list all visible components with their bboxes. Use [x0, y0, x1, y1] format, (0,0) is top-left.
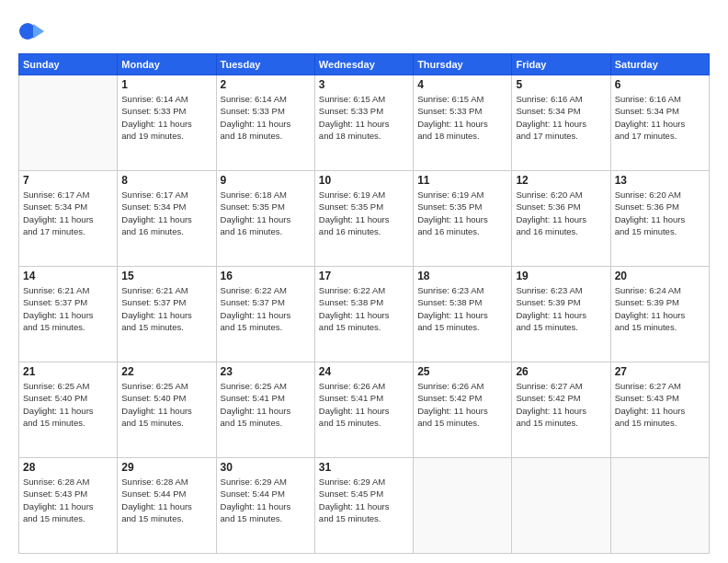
- weekday-header-thursday: Thursday: [414, 54, 512, 75]
- calendar-cell: 28Sunrise: 6:28 AM Sunset: 5:43 PM Dayli…: [19, 458, 118, 554]
- calendar-cell: 24Sunrise: 6:26 AM Sunset: 5:41 PM Dayli…: [314, 362, 413, 458]
- day-number: 10: [319, 174, 409, 187]
- day-info: Sunrise: 6:29 AM Sunset: 5:44 PM Dayligh…: [221, 476, 311, 524]
- day-number: 16: [221, 270, 311, 282]
- svg-marker-1: [33, 24, 44, 39]
- calendar-cell: 6Sunrise: 6:16 AM Sunset: 5:34 PM Daylig…: [610, 75, 709, 171]
- day-info: Sunrise: 6:25 AM Sunset: 5:41 PM Dayligh…: [221, 380, 311, 429]
- weekday-header-row: SundayMondayTuesdayWednesdayThursdayFrid…: [19, 54, 710, 75]
- calendar-body: 1Sunrise: 6:14 AM Sunset: 5:33 PM Daylig…: [19, 75, 710, 554]
- day-info: Sunrise: 6:23 AM Sunset: 5:38 PM Dayligh…: [417, 284, 507, 333]
- calendar-cell: 17Sunrise: 6:22 AM Sunset: 5:38 PM Dayli…: [314, 267, 413, 362]
- calendar-cell: 19Sunrise: 6:23 AM Sunset: 5:39 PM Dayli…: [512, 267, 610, 362]
- day-number: 22: [121, 365, 211, 378]
- day-number: 14: [23, 270, 113, 282]
- day-info: Sunrise: 6:25 AM Sunset: 5:40 PM Dayligh…: [23, 380, 113, 429]
- day-info: Sunrise: 6:27 AM Sunset: 5:42 PM Dayligh…: [516, 380, 606, 429]
- calendar-cell: 16Sunrise: 6:22 AM Sunset: 5:37 PM Dayli…: [216, 267, 314, 362]
- day-info: Sunrise: 6:15 AM Sunset: 5:33 PM Dayligh…: [417, 93, 507, 142]
- day-number: 8: [121, 174, 211, 187]
- weekday-header-tuesday: Tuesday: [216, 54, 314, 75]
- calendar-week-4: 21Sunrise: 6:25 AM Sunset: 5:40 PM Dayli…: [19, 362, 710, 458]
- day-info: Sunrise: 6:24 AM Sunset: 5:39 PM Dayligh…: [615, 284, 705, 333]
- day-number: 12: [516, 174, 606, 187]
- calendar-week-2: 7Sunrise: 6:17 AM Sunset: 5:34 PM Daylig…: [19, 171, 710, 267]
- logo: [18, 18, 48, 44]
- day-info: Sunrise: 6:16 AM Sunset: 5:34 PM Dayligh…: [516, 93, 606, 142]
- day-number: 17: [319, 270, 409, 282]
- day-number: 29: [121, 461, 211, 474]
- calendar-cell: 30Sunrise: 6:29 AM Sunset: 5:44 PM Dayli…: [216, 458, 314, 554]
- calendar-week-1: 1Sunrise: 6:14 AM Sunset: 5:33 PM Daylig…: [19, 75, 710, 171]
- day-info: Sunrise: 6:27 AM Sunset: 5:43 PM Dayligh…: [615, 380, 705, 429]
- day-info: Sunrise: 6:23 AM Sunset: 5:39 PM Dayligh…: [516, 284, 606, 333]
- weekday-header-wednesday: Wednesday: [314, 54, 413, 75]
- day-number: 19: [516, 270, 606, 282]
- calendar-cell: [610, 458, 709, 554]
- day-info: Sunrise: 6:26 AM Sunset: 5:42 PM Dayligh…: [417, 380, 507, 429]
- day-number: 15: [121, 270, 211, 282]
- calendar-cell: 13Sunrise: 6:20 AM Sunset: 5:36 PM Dayli…: [610, 171, 709, 267]
- calendar-cell: 26Sunrise: 6:27 AM Sunset: 5:42 PM Dayli…: [512, 362, 610, 458]
- calendar-cell: 3Sunrise: 6:15 AM Sunset: 5:33 PM Daylig…: [314, 75, 413, 171]
- calendar-cell: 7Sunrise: 6:17 AM Sunset: 5:34 PM Daylig…: [19, 171, 118, 267]
- weekday-header-monday: Monday: [118, 54, 216, 75]
- calendar-cell: 10Sunrise: 6:19 AM Sunset: 5:35 PM Dayli…: [314, 171, 413, 267]
- day-number: 26: [516, 365, 606, 378]
- calendar-cell: 9Sunrise: 6:18 AM Sunset: 5:35 PM Daylig…: [216, 171, 314, 267]
- calendar-cell: 23Sunrise: 6:25 AM Sunset: 5:41 PM Dayli…: [216, 362, 314, 458]
- calendar-cell: 25Sunrise: 6:26 AM Sunset: 5:42 PM Dayli…: [414, 362, 512, 458]
- day-number: 2: [221, 78, 311, 91]
- day-number: 7: [23, 174, 113, 187]
- weekday-header-sunday: Sunday: [19, 54, 118, 75]
- day-number: 11: [417, 174, 507, 187]
- day-info: Sunrise: 6:28 AM Sunset: 5:44 PM Dayligh…: [121, 476, 211, 524]
- day-info: Sunrise: 6:25 AM Sunset: 5:40 PM Dayligh…: [121, 380, 211, 429]
- day-info: Sunrise: 6:29 AM Sunset: 5:45 PM Dayligh…: [319, 476, 409, 524]
- calendar-cell: 29Sunrise: 6:28 AM Sunset: 5:44 PM Dayli…: [118, 458, 216, 554]
- calendar-cell: 4Sunrise: 6:15 AM Sunset: 5:33 PM Daylig…: [414, 75, 512, 171]
- calendar-cell: 18Sunrise: 6:23 AM Sunset: 5:38 PM Dayli…: [414, 267, 512, 362]
- day-info: Sunrise: 6:21 AM Sunset: 5:37 PM Dayligh…: [121, 284, 211, 333]
- day-info: Sunrise: 6:22 AM Sunset: 5:37 PM Dayligh…: [221, 284, 311, 333]
- day-info: Sunrise: 6:15 AM Sunset: 5:33 PM Dayligh…: [319, 93, 409, 142]
- calendar-table: SundayMondayTuesdayWednesdayThursdayFrid…: [18, 53, 710, 554]
- calendar-cell: 2Sunrise: 6:14 AM Sunset: 5:33 PM Daylig…: [216, 75, 314, 171]
- calendar-cell: 14Sunrise: 6:21 AM Sunset: 5:37 PM Dayli…: [19, 267, 118, 362]
- day-info: Sunrise: 6:28 AM Sunset: 5:43 PM Dayligh…: [23, 476, 113, 524]
- calendar-cell: 12Sunrise: 6:20 AM Sunset: 5:36 PM Dayli…: [512, 171, 610, 267]
- day-info: Sunrise: 6:20 AM Sunset: 5:36 PM Dayligh…: [516, 189, 606, 237]
- day-number: 4: [417, 78, 507, 91]
- day-info: Sunrise: 6:14 AM Sunset: 5:33 PM Dayligh…: [121, 93, 211, 142]
- day-info: Sunrise: 6:22 AM Sunset: 5:38 PM Dayligh…: [319, 284, 409, 333]
- day-info: Sunrise: 6:16 AM Sunset: 5:34 PM Dayligh…: [615, 93, 705, 142]
- calendar-cell: 11Sunrise: 6:19 AM Sunset: 5:35 PM Dayli…: [414, 171, 512, 267]
- day-info: Sunrise: 6:20 AM Sunset: 5:36 PM Dayligh…: [615, 189, 705, 237]
- day-number: 21: [23, 365, 113, 378]
- day-number: 25: [417, 365, 507, 378]
- day-info: Sunrise: 6:17 AM Sunset: 5:34 PM Dayligh…: [121, 189, 211, 237]
- weekday-header-friday: Friday: [512, 54, 610, 75]
- calendar-week-5: 28Sunrise: 6:28 AM Sunset: 5:43 PM Dayli…: [19, 458, 710, 554]
- day-info: Sunrise: 6:26 AM Sunset: 5:41 PM Dayligh…: [319, 380, 409, 429]
- day-number: 28: [23, 461, 113, 474]
- day-info: Sunrise: 6:17 AM Sunset: 5:34 PM Dayligh…: [23, 189, 113, 237]
- page: SundayMondayTuesdayWednesdayThursdayFrid…: [0, 0, 728, 563]
- day-number: 20: [615, 270, 705, 282]
- calendar-cell: [19, 75, 118, 171]
- calendar-cell: 1Sunrise: 6:14 AM Sunset: 5:33 PM Daylig…: [118, 75, 216, 171]
- calendar-cell: [414, 458, 512, 554]
- day-number: 6: [615, 78, 705, 91]
- calendar-cell: 27Sunrise: 6:27 AM Sunset: 5:43 PM Dayli…: [610, 362, 709, 458]
- calendar-cell: 21Sunrise: 6:25 AM Sunset: 5:40 PM Dayli…: [19, 362, 118, 458]
- day-number: 18: [417, 270, 507, 282]
- day-number: 13: [615, 174, 705, 187]
- day-info: Sunrise: 6:18 AM Sunset: 5:35 PM Dayligh…: [221, 189, 311, 237]
- day-number: 31: [319, 461, 409, 474]
- calendar-cell: [512, 458, 610, 554]
- calendar-cell: 8Sunrise: 6:17 AM Sunset: 5:34 PM Daylig…: [118, 171, 216, 267]
- day-number: 23: [221, 365, 311, 378]
- logo-icon: [18, 18, 44, 44]
- day-info: Sunrise: 6:19 AM Sunset: 5:35 PM Dayligh…: [417, 189, 507, 237]
- day-number: 3: [319, 78, 409, 91]
